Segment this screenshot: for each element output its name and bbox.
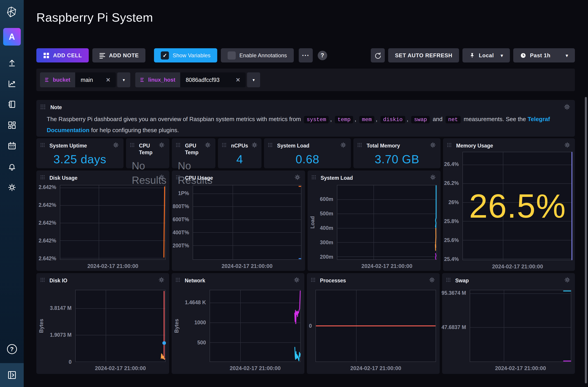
- stat-value: 0.68: [264, 150, 351, 168]
- gear-icon[interactable]: [430, 174, 436, 181]
- set-auto-refresh-button[interactable]: SET AUTO REFRESH: [388, 48, 459, 62]
- gear-icon[interactable]: [564, 277, 570, 284]
- drag-handle-icon[interactable]: [176, 174, 182, 180]
- y-axis-tick: 2.642%: [39, 184, 56, 190]
- drag-handle-icon[interactable]: [312, 174, 317, 180]
- plot-canvas[interactable]: [337, 185, 437, 260]
- note-lines-icon: [99, 52, 105, 59]
- cell-ncpus: nCPUs 4: [218, 138, 261, 168]
- drag-handle-icon[interactable]: [222, 142, 228, 148]
- drag-handle-icon[interactable]: [41, 174, 46, 180]
- timezone-dropdown[interactable]: Local ▾: [462, 48, 510, 62]
- plot-canvas[interactable]: [470, 290, 571, 362]
- cell-title: Memory Usage: [456, 142, 493, 149]
- gear-icon[interactable]: [205, 142, 211, 149]
- scrollbar-thumb[interactable]: [585, 97, 587, 383]
- expand-sidebar-icon[interactable]: [8, 371, 16, 379]
- help-icon[interactable]: ?: [7, 344, 17, 354]
- gear-icon[interactable]: [429, 277, 435, 284]
- variable-caret-button[interactable]: ▾: [117, 72, 130, 87]
- variable-value-dropdown[interactable]: main ✕: [75, 72, 116, 87]
- drag-handle-icon[interactable]: [357, 142, 363, 148]
- single-stat-overlay: 26.5%: [462, 152, 573, 260]
- gear-icon[interactable]: [564, 142, 570, 149]
- y-axis-tick: 400T%: [172, 229, 189, 235]
- drag-handle-icon[interactable]: [268, 142, 274, 148]
- clear-icon[interactable]: ✕: [235, 77, 240, 83]
- drag-handle-icon[interactable]: [311, 277, 317, 283]
- cell-network: Network1.4648 K1000500Bytes2024-02-17 21…: [172, 273, 304, 374]
- cell-title: Swap: [455, 277, 469, 284]
- drag-handle-icon[interactable]: [41, 277, 46, 283]
- caret-down-icon: ▾: [566, 53, 568, 58]
- sidebar-item-data-explorer[interactable]: [8, 79, 16, 88]
- cell-title: CPU Usage: [185, 174, 213, 181]
- dashboards-icon: [8, 121, 16, 129]
- drag-handle-icon[interactable]: [41, 142, 46, 148]
- plot-canvas[interactable]: [60, 185, 166, 260]
- y-axis-tick: 2.642%: [39, 238, 56, 244]
- y-axis-tick: 26%: [448, 199, 459, 205]
- gear-icon[interactable]: [564, 103, 570, 111]
- stats-row: System Uptime 3.25 days CPU Temp No Resu…: [36, 138, 441, 168]
- gear-icon[interactable]: [251, 142, 258, 149]
- y-axis-tick: 0: [69, 359, 72, 365]
- variable-icon: [45, 78, 50, 82]
- drag-handle-icon[interactable]: [130, 142, 136, 148]
- y-axis-tick: 25.8%: [444, 218, 459, 224]
- cell-title: GPU Temp: [185, 142, 201, 156]
- refresh-button[interactable]: [371, 48, 385, 62]
- plot-canvas[interactable]: [193, 185, 301, 260]
- variable-caret-button[interactable]: ▾: [247, 72, 260, 87]
- help-button[interactable]: ?: [318, 51, 327, 60]
- org-avatar[interactable]: A: [3, 28, 21, 46]
- sidebar-item-alerts[interactable]: [8, 162, 16, 171]
- charts-row-1: Disk Usage2.642%2.642%2.642%2.642%2.642%…: [36, 171, 441, 271]
- drag-handle-icon[interactable]: [447, 142, 453, 148]
- gear-icon[interactable]: [430, 142, 436, 149]
- plot-canvas[interactable]: [75, 290, 166, 362]
- x-axis-label: 2024-02-17 21:00:00: [462, 263, 573, 270]
- cell-cpu-temp: CPU Temp No Results: [126, 138, 169, 168]
- cell-memory-usage: Memory Usage26.4%26.2%26%25.8%25.6%25.4%…: [443, 138, 575, 271]
- drag-handle-icon[interactable]: [41, 103, 47, 110]
- clear-icon[interactable]: ✕: [106, 77, 110, 83]
- influxdata-logo-icon[interactable]: [7, 6, 17, 18]
- dashboard-grid: System Uptime 3.25 days CPU Temp No Resu…: [36, 138, 575, 374]
- gear-icon[interactable]: [159, 174, 165, 181]
- x-axis-label: 2024-02-17 21:00:00: [470, 365, 571, 371]
- enable-annotations-toggle[interactable]: Enable Annotations: [221, 48, 294, 62]
- drag-handle-icon[interactable]: [176, 277, 182, 283]
- add-cell-button[interactable]: ADD CELL: [36, 48, 89, 62]
- plot-canvas[interactable]: [315, 290, 436, 362]
- cell-title: System Load: [277, 142, 309, 149]
- drag-handle-icon[interactable]: [176, 142, 182, 148]
- measurement-chip: diskio: [380, 116, 405, 123]
- cell-title: Network: [185, 277, 205, 284]
- drag-handle-icon[interactable]: [446, 277, 452, 283]
- sidebar-item-settings[interactable]: [8, 183, 16, 192]
- y-axis-tick: 600T%: [172, 216, 189, 222]
- gear-icon[interactable]: [159, 142, 165, 149]
- add-note-button[interactable]: ADD NOTE: [92, 48, 146, 62]
- measurement-chip: swap: [411, 116, 430, 123]
- plot-canvas[interactable]: [210, 290, 301, 362]
- variable-value-dropdown[interactable]: 8086adfccf93 ✕: [180, 72, 246, 87]
- sidebar-item-load-data[interactable]: [8, 59, 16, 67]
- time-range-dropdown[interactable]: Past 1h ▾: [513, 48, 575, 62]
- sidebar-item-dashboards[interactable]: [8, 121, 16, 129]
- more-options-button[interactable]: ···: [299, 48, 313, 62]
- sidebar-item-tasks[interactable]: [8, 142, 16, 150]
- gear-icon[interactable]: [294, 277, 300, 284]
- sidebar-item-notebooks[interactable]: [8, 100, 16, 109]
- refresh-icon: [374, 52, 381, 59]
- y-axis-tick: 300m: [320, 239, 333, 245]
- gear-icon[interactable]: [340, 142, 346, 149]
- gear-icon[interactable]: [294, 174, 301, 181]
- cell-title: Note: [50, 103, 62, 111]
- variable-bucket: bucket main ✕ ▾: [40, 72, 130, 87]
- gear-icon[interactable]: [158, 277, 165, 284]
- clock-icon: [520, 52, 526, 59]
- show-variables-toggle[interactable]: ✓ Show Variables: [154, 48, 217, 62]
- gear-icon[interactable]: [113, 142, 119, 149]
